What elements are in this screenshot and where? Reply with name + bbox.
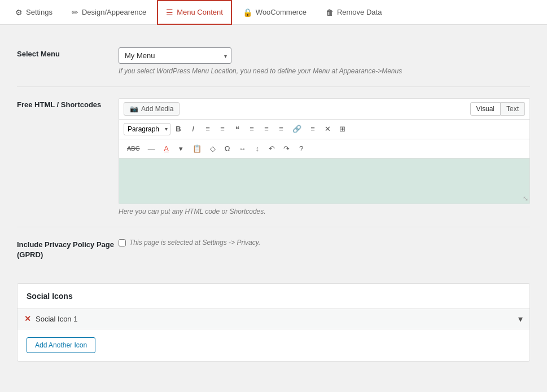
expand-social-icon-1-button[interactable]: ▾ (518, 314, 523, 324)
ordered-list-button[interactable]: ≡ (216, 122, 229, 136)
font-color-dropdown[interactable]: ▾ (174, 142, 188, 156)
select-menu-label: Select Menu (17, 47, 119, 58)
unordered-list-button[interactable]: ≡ (201, 122, 215, 136)
resize-handle[interactable]: ⤡ (523, 195, 528, 202)
add-another-icon-button[interactable]: Add Another Icon (27, 337, 95, 353)
tab-bar: ⚙ Settings ✏ Design/Appearence ☰ Menu Co… (0, 0, 547, 25)
menu-content-icon: ☰ (166, 8, 173, 17)
font-color-button[interactable]: A (160, 142, 173, 156)
undo-button[interactable]: ↶ (265, 142, 279, 156)
remove-social-icon-1-button[interactable]: ✕ (24, 314, 31, 323)
tab-remove-data-label: Remove Data (337, 8, 382, 16)
woocommerce-icon: 🔒 (243, 8, 252, 17)
tab-woocommerce[interactable]: 🔒 WooCommerce (234, 0, 315, 25)
editor-container: 📷 Add Media Visual Text Paragraph Headin… (119, 98, 530, 204)
remove-format-button[interactable]: ✕ (321, 122, 334, 136)
add-media-button[interactable]: 📷 Add Media (124, 102, 180, 116)
special-chars-button[interactable]: Ω (221, 142, 234, 156)
horizontal-line-button[interactable]: — (145, 142, 159, 156)
toolbar-row-2: ABC — A ▾ 📋 ◇ Ω ↔ ↕ ↶ ↷ ? (119, 139, 530, 159)
toolbar-row-1: Paragraph Heading 1 Heading 2 B I ≡ ≡ ❝ … (119, 120, 530, 139)
select-menu-help: If you select WordPress Menu Location, y… (119, 67, 530, 75)
remove-data-icon: 🗑 (326, 8, 334, 17)
view-tabs: Visual Text (470, 102, 525, 116)
view-text-tab[interactable]: Text (501, 102, 525, 116)
add-media-icon: 📷 (130, 105, 138, 113)
social-section-title: Social Icons (17, 284, 530, 309)
privacy-checkbox[interactable] (119, 239, 126, 246)
view-visual-tab[interactable]: Visual (470, 102, 501, 116)
redo-button[interactable]: ↷ (280, 142, 294, 156)
select-menu-field: My Menu Primary Menu Footer Menu ▾ If yo… (119, 47, 530, 75)
align-left-button[interactable]: ≡ (245, 122, 259, 136)
italic-button[interactable]: I (186, 122, 200, 136)
add-another-icon-wrapper: Add Another Icon (17, 329, 530, 361)
align-center-button[interactable]: ≡ (260, 122, 273, 136)
social-icon-1-row: ✕ Social Icon 1 ▾ (17, 309, 530, 329)
tab-design-label: Design/Appearence (82, 8, 146, 16)
tab-settings[interactable]: ⚙ Settings (7, 0, 61, 25)
social-icons-section: Social Icons ✕ Social Icon 1 ▾ Add Anoth… (17, 283, 530, 362)
link-button[interactable]: 🔗 (289, 122, 305, 136)
paragraph-select[interactable]: Paragraph Heading 1 Heading 2 (124, 123, 170, 135)
help-button[interactable]: ? (295, 142, 308, 156)
fullscreen-button[interactable]: ⊞ (335, 122, 349, 136)
paragraph-select-wrap: Paragraph Heading 1 Heading 2 (124, 123, 170, 135)
tab-remove-data[interactable]: 🗑 Remove Data (317, 0, 390, 25)
social-icon-1-label: Social Icon 1 (36, 315, 77, 323)
add-media-label: Add Media (141, 105, 173, 113)
social-icon-1-left: ✕ Social Icon 1 (24, 314, 77, 323)
free-html-help: Here you can put any HTML code or Shortc… (119, 208, 530, 215)
menu-select[interactable]: My Menu Primary Menu Footer Menu (119, 47, 231, 64)
paste-button[interactable]: 📋 (189, 142, 205, 156)
free-html-field: 📷 Add Media Visual Text Paragraph Headin… (119, 98, 530, 215)
main-content: Select Menu My Menu Primary Menu Footer … (0, 25, 547, 373)
privacy-label: Include Privacy Policy Page (GPRD) (17, 239, 119, 260)
editor-body[interactable]: ⤡ (119, 158, 530, 204)
free-html-row: Free HTML / Shortcodes 📷 Add Media Visua… (17, 87, 530, 227)
settings-icon: ⚙ (15, 8, 23, 17)
blockquote-button[interactable]: ❝ (230, 122, 244, 136)
editor-topbar: 📷 Add Media Visual Text (119, 99, 530, 120)
outdent-button[interactable]: ↕ (251, 142, 264, 156)
horizontal-rule-button[interactable]: ≡ (306, 122, 320, 136)
privacy-field: This page is selected at Settings -> Pri… (119, 239, 260, 246)
tab-woocommerce-label: WooCommerce (256, 8, 307, 16)
clear-formatting-button[interactable]: ◇ (206, 142, 220, 156)
tab-menu-content[interactable]: ☰ Menu Content (157, 0, 232, 25)
indent-button[interactable]: ↔ (235, 142, 250, 156)
privacy-check-label: This page is selected at Settings -> Pri… (129, 239, 260, 246)
menu-select-wrapper: My Menu Primary Menu Footer Menu ▾ (119, 47, 231, 64)
tab-settings-label: Settings (26, 8, 52, 16)
tab-design[interactable]: ✏ Design/Appearence (63, 0, 155, 25)
privacy-row: Include Privacy Policy Page (GPRD) This … (17, 227, 530, 271)
tab-menu-content-label: Menu Content (177, 8, 223, 16)
free-html-label: Free HTML / Shortcodes (17, 98, 119, 109)
bold-button[interactable]: B (172, 122, 185, 136)
select-menu-row: Select Menu My Menu Primary Menu Footer … (17, 36, 530, 87)
design-icon: ✏ (72, 8, 78, 17)
strikethrough-button[interactable]: ABC (124, 143, 143, 155)
align-right-button[interactable]: ≡ (274, 122, 288, 136)
